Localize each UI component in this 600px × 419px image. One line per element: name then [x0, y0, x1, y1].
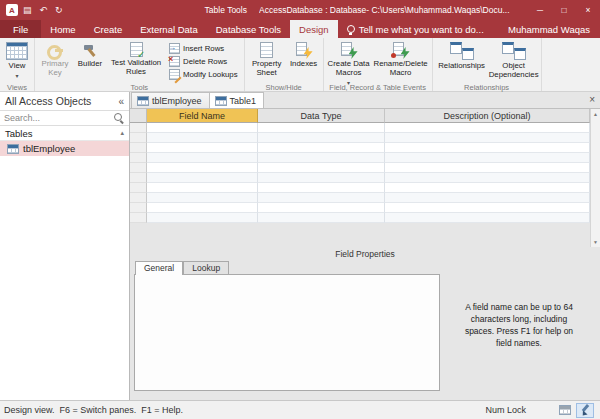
object-dependencies-button[interactable]: Object Dependencies: [489, 40, 539, 83]
tab-design[interactable]: Design: [290, 20, 338, 38]
property-sheet-button[interactable]: Property Sheet: [247, 40, 287, 83]
data-type-cell[interactable]: [258, 213, 385, 223]
doc-tab-table1[interactable]: Table1: [210, 92, 265, 108]
description-cell[interactable]: [385, 213, 590, 223]
rename-delete-macro-button[interactable]: Rename/Delete Macro: [372, 40, 430, 83]
data-type-cell[interactable]: [258, 173, 385, 183]
description-cell[interactable]: [385, 153, 590, 163]
grid-row[interactable]: [130, 153, 590, 163]
grid-row[interactable]: [130, 133, 590, 143]
field-name-cell[interactable]: [147, 183, 258, 193]
builder-button[interactable]: Builder: [73, 40, 107, 83]
indexes-button[interactable]: Indexes: [287, 40, 321, 83]
row-selector-header[interactable]: [130, 109, 147, 123]
tab-lookup[interactable]: Lookup: [183, 261, 229, 274]
description-cell[interactable]: [385, 123, 590, 133]
field-name-cell[interactable]: [147, 213, 258, 223]
description-cell[interactable]: [385, 143, 590, 153]
description-cell[interactable]: [385, 193, 590, 203]
row-selector[interactable]: [130, 143, 147, 153]
nav-pane-header[interactable]: All Access Objects «: [0, 92, 129, 110]
tab-external-data[interactable]: External Data: [131, 20, 207, 38]
tab-create[interactable]: Create: [85, 20, 132, 38]
description-cell[interactable]: [385, 173, 590, 183]
nav-item-tblemployee[interactable]: tblEmployee: [0, 141, 129, 156]
delete-rows-button[interactable]: Delete Rows: [167, 55, 240, 67]
nav-section-tables[interactable]: Tables ▴: [0, 126, 129, 141]
field-name-cell[interactable]: [147, 153, 258, 163]
tell-me-box[interactable]: Tell me what you want to do...: [338, 20, 493, 38]
close-icon[interactable]: ×: [576, 0, 600, 20]
tab-general[interactable]: General: [135, 261, 183, 275]
row-selector[interactable]: [130, 153, 147, 163]
row-selector[interactable]: [130, 193, 147, 203]
grid-row[interactable]: [130, 173, 590, 183]
create-data-macros-button[interactable]: Create Data Macros ▾: [326, 40, 372, 83]
grid-row[interactable]: [130, 193, 590, 203]
tab-database-tools[interactable]: Database Tools: [207, 20, 290, 38]
description-cell[interactable]: [385, 183, 590, 193]
insert-rows-button[interactable]: Insert Rows: [167, 42, 240, 54]
column-header-field-name[interactable]: Field Name: [147, 109, 258, 123]
row-selector[interactable]: [130, 203, 147, 213]
scroll-down-icon[interactable]: ▼: [593, 239, 598, 245]
data-type-cell[interactable]: [258, 133, 385, 143]
shutter-bar-icon[interactable]: «: [118, 96, 124, 107]
rename-delete-macro-icon: [393, 42, 409, 58]
data-type-cell[interactable]: [258, 163, 385, 173]
grid-row[interactable]: [130, 123, 590, 133]
tab-file[interactable]: File: [0, 20, 41, 38]
save-icon[interactable]: ▤: [23, 5, 32, 15]
grid-row[interactable]: [130, 163, 590, 173]
data-type-cell[interactable]: [258, 183, 385, 193]
column-header-description[interactable]: Description (Optional): [385, 109, 590, 123]
primary-key-button[interactable]: Primary Key: [37, 40, 73, 83]
account-user-name[interactable]: Muhammad Waqas: [498, 20, 600, 38]
design-view-button[interactable]: [576, 403, 594, 418]
data-type-cell[interactable]: [258, 193, 385, 203]
grid-row[interactable]: [130, 143, 590, 153]
test-validation-rules-button[interactable]: Test Validation Rules: [107, 40, 165, 83]
tab-home[interactable]: Home: [41, 20, 84, 38]
redo-icon[interactable]: ↻: [55, 5, 63, 15]
data-type-cell[interactable]: [258, 203, 385, 213]
search-input[interactable]: [4, 113, 114, 123]
row-selector[interactable]: [130, 133, 147, 143]
close-document-icon[interactable]: ×: [584, 94, 600, 108]
description-cell[interactable]: [385, 133, 590, 143]
grid-row[interactable]: [130, 183, 590, 193]
data-type-cell[interactable]: [258, 123, 385, 133]
field-name-cell[interactable]: [147, 123, 258, 133]
description-cell[interactable]: [385, 203, 590, 213]
field-name-cell[interactable]: [147, 143, 258, 153]
minimize-icon[interactable]: ─: [528, 0, 552, 20]
scroll-up-icon[interactable]: ▲: [593, 111, 598, 117]
grid-row[interactable]: [130, 213, 590, 223]
field-name-cell[interactable]: [147, 203, 258, 213]
relationships-button[interactable]: Relationships: [435, 40, 489, 83]
row-selector[interactable]: [130, 123, 147, 133]
vertical-scrollbar[interactable]: ▲ ▼: [590, 109, 600, 247]
row-selector[interactable]: [130, 183, 147, 193]
field-name-cell[interactable]: [147, 163, 258, 173]
doc-tab-tblemployee[interactable]: tblEmployee: [131, 92, 210, 108]
row-selector[interactable]: [130, 213, 147, 223]
section-collapse-icon[interactable]: ▴: [120, 129, 124, 137]
modify-lookups-button[interactable]: Modify Lookups: [167, 68, 240, 80]
column-header-data-type[interactable]: Data Type: [258, 109, 385, 123]
field-name-cell[interactable]: [147, 173, 258, 183]
undo-icon[interactable]: ↶: [40, 5, 48, 15]
maximize-icon[interactable]: □: [552, 0, 576, 20]
field-name-cell[interactable]: [147, 133, 258, 143]
description-cell[interactable]: [385, 163, 590, 173]
row-selector[interactable]: [130, 173, 147, 183]
field-name-cell[interactable]: [147, 193, 258, 203]
property-grid[interactable]: [134, 274, 440, 391]
search-icon[interactable]: [114, 113, 125, 124]
data-type-cell[interactable]: [258, 143, 385, 153]
datasheet-view-button[interactable]: [556, 403, 574, 418]
grid-row[interactable]: [130, 203, 590, 213]
view-button[interactable]: View ▾: [2, 40, 32, 83]
data-type-cell[interactable]: [258, 153, 385, 163]
row-selector[interactable]: [130, 163, 147, 173]
